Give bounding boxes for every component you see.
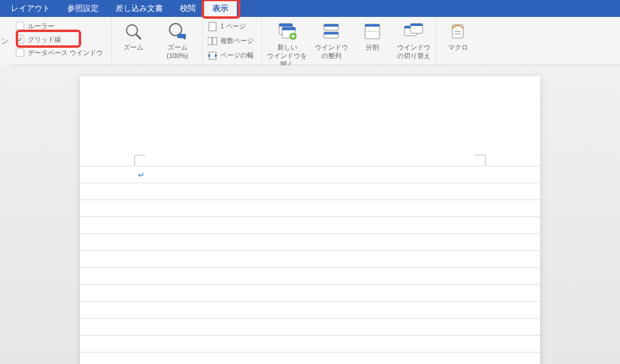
tab-layout[interactable]: レイアウト (2, 0, 59, 17)
document-page[interactable]: ↵ (80, 76, 540, 364)
tab-view[interactable]: 表示 (204, 0, 237, 17)
partial-left-label: ン (0, 17, 10, 65)
button-arrange-label: ウインドウ の整列 (315, 44, 348, 60)
button-switch-window-label: ウインドウ の切り替え (397, 44, 430, 60)
newwindow-icon (277, 21, 297, 42)
button-macro-label: マクロ (448, 44, 468, 52)
button-zoom[interactable]: ズーム (116, 21, 150, 52)
button-zoom-label: ズーム (124, 44, 143, 52)
checkbox-dbwindow[interactable]: データベース ウインドウ (15, 46, 106, 59)
svg-rect-5 (209, 22, 216, 31)
macro-icon (449, 21, 467, 42)
checkbox-ruler-box (16, 22, 24, 30)
button-pagewidth[interactable]: ページの幅 (208, 49, 257, 62)
margin-corner-top-left (134, 155, 145, 166)
margin-corner-top-right (475, 155, 486, 166)
checkbox-dbwindow-label: データベース ウインドウ (28, 48, 103, 57)
button-multipage[interactable]: 複数ページ (208, 34, 257, 48)
svg-rect-12 (282, 27, 295, 30)
button-zoom100-label: ズーム (100%) (157, 44, 197, 60)
group-show: ルーラー ✓ グリッド線 データベース ウインドウ (10, 17, 111, 65)
svg-rect-24 (411, 24, 423, 26)
button-split-label: 分割 (366, 44, 379, 52)
ribbon-tabstrip: レイアウト 参照設定 差し込み文書 校閲 表示 (0, 0, 620, 17)
document-workspace: ↵ (0, 65, 620, 364)
svg-line-1 (136, 34, 140, 39)
onepage-icon (208, 22, 217, 31)
svg-rect-17 (324, 32, 338, 34)
group-zoom: ズーム ズーム (100%) (111, 17, 203, 65)
checkbox-gridlines[interactable]: ✓ グリッド線 (15, 33, 106, 46)
svg-rect-15 (324, 24, 338, 27)
group-macros: マクロ (436, 17, 480, 65)
svg-rect-7 (213, 37, 217, 45)
button-onepage[interactable]: 1 ページ (208, 20, 257, 33)
zoom100-icon (167, 21, 188, 42)
checkbox-dbwindow-box (16, 48, 24, 57)
button-onepage-label: 1 ページ (220, 22, 246, 31)
button-zoom100[interactable]: ズーム (100%) (157, 21, 197, 60)
tab-review[interactable]: 校閲 (171, 0, 204, 17)
multipage-icon (208, 36, 217, 46)
tab-mailings[interactable]: 差し込み文書 (107, 0, 171, 17)
checkbox-gridlines-box: ✓ (16, 35, 24, 44)
button-macro[interactable]: マクロ (441, 21, 475, 52)
svg-rect-6 (208, 37, 212, 45)
gridlines-overlay (80, 166, 540, 364)
svg-rect-26 (455, 31, 461, 32)
button-switch-window[interactable]: ウインドウ の切り替え (397, 21, 430, 60)
button-pagewidth-label: ページの幅 (220, 51, 254, 60)
checkbox-gridlines-label: グリッド線 (28, 35, 61, 44)
checkbox-ruler-label: ルーラー (28, 22, 54, 31)
checkbox-ruler[interactable]: ルーラー (15, 19, 106, 33)
button-arrange[interactable]: ウインドウ の整列 (314, 21, 348, 60)
pagewidth-icon (208, 51, 217, 60)
button-multipage-label: 複数ページ (220, 37, 254, 45)
svg-rect-27 (455, 33, 461, 34)
split-icon (363, 21, 381, 42)
tab-references[interactable]: 参照設定 (59, 0, 107, 17)
svg-rect-19 (365, 24, 380, 27)
svg-rect-10 (279, 24, 292, 27)
group-window: 新しい ウインドウを開く ウインドウ の整列 分割 ウインドウ の切り替え (262, 17, 436, 65)
ribbon: ルーラー ✓ グリッド線 データベース ウインドウ ズーム ズーム (100%) (0, 17, 620, 65)
button-new-window[interactable]: 新しい ウインドウを開く (267, 21, 307, 68)
button-split[interactable]: 分割 (355, 21, 389, 52)
switch-icon (403, 21, 424, 42)
arrange-icon (322, 21, 340, 42)
zoom-icon (124, 21, 142, 42)
group-page-fit: 1 ページ 複数ページ ページの幅 (203, 17, 262, 65)
